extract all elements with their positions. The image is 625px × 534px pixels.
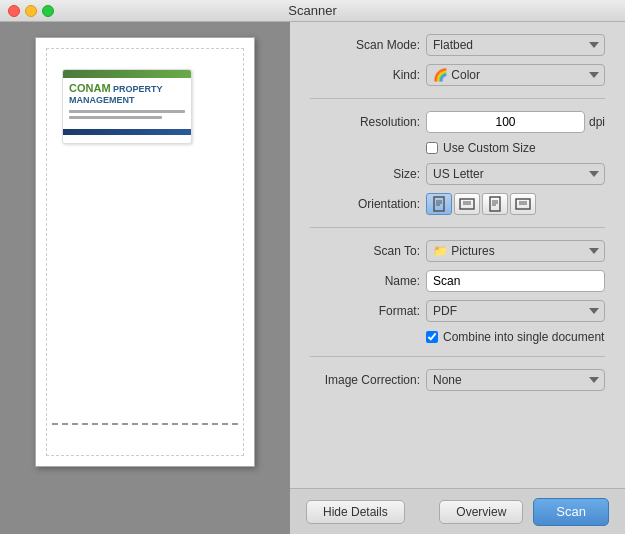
kind-select[interactable]: 🌈 Color Black & White Grayscale <box>426 64 605 86</box>
bottom-bar: Hide Details Overview Scan <box>290 488 625 534</box>
image-correction-label: Image Correction: <box>310 373 420 387</box>
format-control: PDF JPEG TIFF PNG <box>426 300 605 322</box>
format-row: Format: PDF JPEG TIFF PNG <box>310 300 605 322</box>
resolution-row: Resolution: 100 dpi <box>310 111 605 133</box>
svg-rect-0 <box>434 197 444 211</box>
name-label: Name: <box>310 274 420 288</box>
combine-checkbox[interactable] <box>426 331 438 343</box>
size-row: Size: US Letter A4 Legal Custom <box>310 163 605 185</box>
scan-to-select[interactable]: 📁 Pictures Desktop Documents <box>426 240 605 262</box>
preview-panel: CONAM PROPERTYMANAGEMENT <box>0 22 290 534</box>
resolution-controls: 100 dpi <box>426 111 605 133</box>
orient-landscape-button[interactable] <box>454 193 480 215</box>
preview-page: CONAM PROPERTYMANAGEMENT <box>35 37 255 467</box>
preview-page-inner: CONAM PROPERTYMANAGEMENT <box>46 48 244 456</box>
separator-1 <box>310 98 605 99</box>
separator-3 <box>310 356 605 357</box>
scan-mode-row: Scan Mode: Flatbed Document Feeder <box>310 34 605 56</box>
kind-label: Kind: <box>310 68 420 82</box>
scan-mode-label: Scan Mode: <box>310 38 420 52</box>
name-input[interactable] <box>426 270 605 292</box>
scan-to-control: 📁 Pictures Desktop Documents <box>426 240 605 262</box>
card-logo: CONAM PROPERTYMANAGEMENT <box>69 82 185 106</box>
scan-mode-select[interactable]: Flatbed Document Feeder <box>426 34 605 56</box>
card-top-stripe <box>63 70 191 78</box>
image-correction-control: None Manual <box>426 369 605 391</box>
card-bottom-stripe <box>63 129 191 135</box>
orientation-label: Orientation: <box>310 197 420 211</box>
minimize-button[interactable] <box>25 5 37 17</box>
traffic-lights[interactable] <box>8 5 54 17</box>
main-content: CONAM PROPERTYMANAGEMENT Scan Mode: <box>0 22 625 534</box>
size-select[interactable]: US Letter A4 Legal Custom <box>426 163 605 185</box>
kind-row: Kind: 🌈 Color Black & White Grayscale <box>310 64 605 86</box>
custom-size-label: Use Custom Size <box>443 141 536 155</box>
separator-2 <box>310 227 605 228</box>
format-label: Format: <box>310 304 420 318</box>
card-text-lines <box>69 110 185 119</box>
overview-button[interactable]: Overview <box>439 500 523 524</box>
custom-size-checkbox[interactable] <box>426 142 438 154</box>
controls-panel: Scan Mode: Flatbed Document Feeder Kind:… <box>290 22 625 488</box>
hide-details-button[interactable]: Hide Details <box>306 500 405 524</box>
dpi-label: dpi <box>589 115 605 129</box>
window-title: Scanner <box>288 3 336 18</box>
card-line <box>69 116 162 119</box>
image-correction-select[interactable]: None Manual <box>426 369 605 391</box>
custom-size-row: Use Custom Size <box>426 141 605 155</box>
scan-card: CONAM PROPERTYMANAGEMENT <box>62 69 192 144</box>
maximize-button[interactable] <box>42 5 54 17</box>
orient-portrait-flip-button[interactable] <box>482 193 508 215</box>
orientation-buttons <box>426 193 536 215</box>
scan-to-row: Scan To: 📁 Pictures Desktop Documents <box>310 240 605 262</box>
btn-group-right: Overview Scan <box>439 498 609 526</box>
kind-control: 🌈 Color Black & White Grayscale <box>426 64 605 86</box>
scan-mode-control: Flatbed Document Feeder <box>426 34 605 56</box>
card-content: CONAM PROPERTYMANAGEMENT <box>63 78 191 126</box>
name-control <box>426 270 605 292</box>
resolution-label: Resolution: <box>310 115 420 129</box>
name-row: Name: <box>310 270 605 292</box>
dashed-separator-line <box>52 423 238 425</box>
scan-button[interactable]: Scan <box>533 498 609 526</box>
titlebar: Scanner <box>0 0 625 22</box>
svg-rect-7 <box>490 197 500 211</box>
resolution-input[interactable]: 100 <box>426 111 585 133</box>
orient-landscape-flip-button[interactable] <box>510 193 536 215</box>
orientation-row: Orientation: <box>310 193 605 215</box>
image-correction-row: Image Correction: None Manual <box>310 369 605 391</box>
format-select[interactable]: PDF JPEG TIFF PNG <box>426 300 605 322</box>
combine-label: Combine into single document <box>443 330 604 344</box>
scan-to-label: Scan To: <box>310 244 420 258</box>
card-line <box>69 110 185 113</box>
close-button[interactable] <box>8 5 20 17</box>
orient-portrait-button[interactable] <box>426 193 452 215</box>
size-control: US Letter A4 Legal Custom <box>426 163 605 185</box>
size-label: Size: <box>310 167 420 181</box>
combine-row: Combine into single document <box>426 330 605 344</box>
